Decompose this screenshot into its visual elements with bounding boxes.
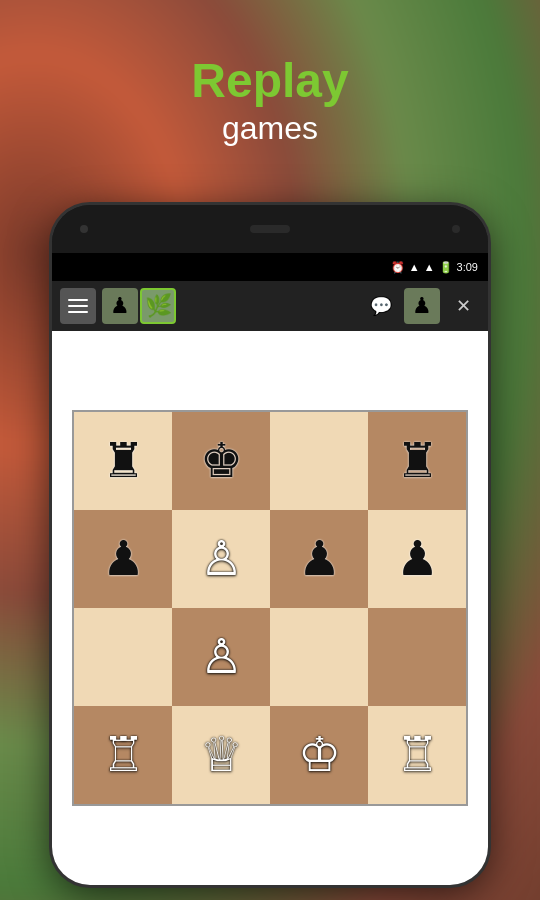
piece-0-0: ♜ [102,437,145,485]
piece-2-1: ♙ [200,633,243,681]
board-cell-3-2: ♔ [270,706,368,804]
replay-title: Replay [0,55,540,108]
board-cell-3-0: ♖ [74,706,172,804]
close-button[interactable]: ✕ [446,289,480,323]
board-cell-3-3: ♖ [368,706,466,804]
toolbar-avatars: ♟ 🌿 [102,288,358,324]
menu-line-2 [68,305,88,307]
phone-top-bar [52,205,488,253]
board-cell-2-3 [368,608,466,706]
board-cell-3-1: ♕ [172,706,270,804]
chat-button[interactable]: 💬 [364,289,398,323]
board-cell-1-0: ♟ [74,510,172,608]
status-icons: ⏰ ▲ ▲ 🔋 3:09 [391,261,478,274]
status-time: 3:09 [457,261,478,273]
board-cell-0-1: ♚ [172,412,270,510]
chess-board: ♜♚♜♟♙♟♟♙♖♕♔♖ [72,410,468,806]
board-cell-2-1: ♙ [172,608,270,706]
piece-3-3: ♖ [396,731,439,779]
board-cell-1-3: ♟ [368,510,466,608]
board-cell-1-2: ♟ [270,510,368,608]
avatar-profile[interactable]: ♟ [404,288,440,324]
camera-dot [80,225,88,233]
alarm-icon: ⏰ [391,261,405,274]
battery-icon: 🔋 [439,261,453,274]
board-cell-0-2 [270,412,368,510]
piece-1-0: ♟ [102,535,145,583]
board-cell-0-0: ♜ [74,412,172,510]
board-cell-2-0 [74,608,172,706]
games-title: games [0,108,540,150]
speaker [250,225,290,233]
piece-1-1: ♙ [200,535,243,583]
piece-1-2: ♟ [298,535,341,583]
front-camera [452,225,460,233]
board-cell-0-3: ♜ [368,412,466,510]
signal-icon: ▲ [424,261,435,273]
board-wrapper: ♜♚♜♟♙♟♟♙♖♕♔♖ [52,331,488,885]
piece-3-0: ♖ [102,731,145,779]
board-cell-2-2 [270,608,368,706]
board-cell-1-1: ♙ [172,510,270,608]
phone-frame: ⏰ ▲ ▲ 🔋 3:09 ♟ 🌿 💬 ♟ ✕ ♜♚♜♟♙♟♟♙♖♕♔♖ [52,205,488,885]
piece-1-3: ♟ [396,535,439,583]
app-toolbar: ♟ 🌿 💬 ♟ ✕ [52,281,488,331]
avatar-1[interactable]: ♟ [102,288,138,324]
piece-3-1: ♕ [200,731,243,779]
menu-line-1 [68,299,88,301]
menu-line-3 [68,311,88,313]
toolbar-right: 💬 ♟ ✕ [364,288,480,324]
menu-button[interactable] [60,288,96,324]
title-area: Replay games [0,55,540,149]
status-bar: ⏰ ▲ ▲ 🔋 3:09 [52,253,488,281]
piece-0-3: ♜ [396,437,439,485]
avatar-2[interactable]: 🌿 [140,288,176,324]
piece-3-2: ♔ [298,731,341,779]
phone-screen: ♜♚♜♟♙♟♟♙♖♕♔♖ [52,331,488,885]
wifi-icon: ▲ [409,261,420,273]
piece-0-1: ♚ [200,437,243,485]
